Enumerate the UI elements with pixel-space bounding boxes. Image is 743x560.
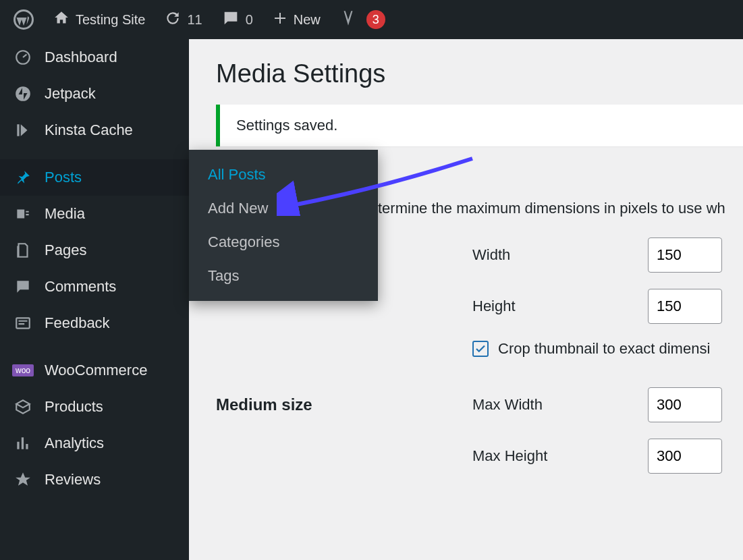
thumb-width-input[interactable] [648,237,722,273]
feedback-icon [13,314,32,332]
sidebar-item-reviews[interactable]: Reviews [0,461,189,498]
sidebar-item-label: Reviews [45,471,101,488]
sidebar-item-media[interactable]: Media [0,196,189,232]
yoast-link[interactable]: 3 [331,0,393,39]
new-content-link[interactable]: New [264,0,329,39]
pin-icon [13,169,32,186]
crop-checkbox[interactable] [472,341,489,357]
medium-maxw-input[interactable] [648,387,722,422]
jetpack-icon [13,85,32,103]
comments-icon [13,278,32,296]
thumb-width-label: Width [472,246,648,264]
yoast-icon [339,9,357,30]
submenu-categories[interactable]: Categories [189,225,378,259]
sidebar-item-woocommerce[interactable]: woo WooCommerce [0,352,189,389]
updates-link[interactable]: 11 [156,0,210,39]
star-icon [13,471,32,488]
sidebar-item-kinsta[interactable]: Kinsta Cache [0,112,189,148]
home-icon [53,9,70,30]
sidebar-item-label: Kinsta Cache [45,121,133,139]
yoast-badge: 3 [366,10,385,29]
pages-icon [13,242,32,259]
site-home-link[interactable]: Testing Site [45,0,153,39]
sidebar-item-label: Pages [45,242,86,259]
medium-maxw-label: Max Width [472,396,648,414]
wp-logo[interactable] [5,0,42,39]
medium-maxh-input[interactable] [648,439,722,474]
updates-count: 11 [187,12,202,28]
crop-label: Crop thumbnail to exact dimensi [498,340,710,358]
medium-width-row: Medium size Max Width [216,387,743,422]
sidebar-item-feedback[interactable]: Feedback [0,305,189,341]
thumb-height-label: Height [472,298,648,315]
svg-point-2 [16,86,30,101]
admin-sidebar: Dashboard Jetpack Kinsta Cache Posts Med… [0,39,189,560]
sidebar-item-label: Analytics [45,435,104,452]
comment-icon [221,9,240,31]
sidebar-item-label: Dashboard [45,49,117,66]
sidebar-item-pages[interactable]: Pages [0,232,189,269]
submenu-add-new[interactable]: Add New [189,192,378,225]
sidebar-item-jetpack[interactable]: Jetpack [0,76,189,112]
products-icon [13,398,32,416]
sidebar-item-label: Comments [45,278,116,296]
woo-icon: woo [13,364,32,376]
sidebar-item-dashboard[interactable]: Dashboard [0,39,189,76]
submenu-tags[interactable]: Tags [189,259,378,293]
sidebar-item-label: Jetpack [45,85,96,103]
comments-count: 0 [246,12,253,28]
plus-icon [272,10,288,30]
refresh-icon [164,9,182,30]
sidebar-item-label: Feedback [45,314,110,332]
sidebar-item-label: Media [45,205,85,223]
media-icon [13,205,32,223]
dashboard-icon [13,49,32,66]
analytics-icon [13,435,32,452]
page-title: Media Settings [216,59,743,88]
sidebar-item-analytics[interactable]: Analytics [0,425,189,461]
sidebar-item-products[interactable]: Products [0,389,189,425]
submenu-all-posts[interactable]: All Posts [189,158,378,192]
sidebar-item-label: WooCommerce [45,362,147,379]
new-label: New [294,12,321,28]
medium-height-row: Max Height [216,439,743,474]
settings-saved-notice: Settings saved. [216,105,743,146]
site-name: Testing Site [76,12,145,28]
sidebar-item-label: Posts [45,169,82,186]
medium-maxh-label: Max Height [472,447,648,465]
sidebar-item-comments[interactable]: Comments [0,269,189,305]
sidebar-separator [0,148,189,159]
comments-link[interactable]: 0 [213,0,261,39]
sidebar-item-posts[interactable]: Posts [0,159,189,196]
posts-submenu: All Posts Add New Categories Tags [189,150,378,301]
admin-bar: Testing Site 11 0 New 3 [0,0,743,39]
kinsta-icon [13,121,32,139]
image-sizes-description: termine the maximum dimensions in pixels… [378,200,743,217]
medium-row-label: Medium size [216,395,472,414]
thumb-crop-row: Crop thumbnail to exact dimensi [216,340,743,358]
sidebar-separator [0,341,189,352]
thumb-height-input[interactable] [648,289,722,324]
sidebar-item-label: Products [45,398,103,416]
